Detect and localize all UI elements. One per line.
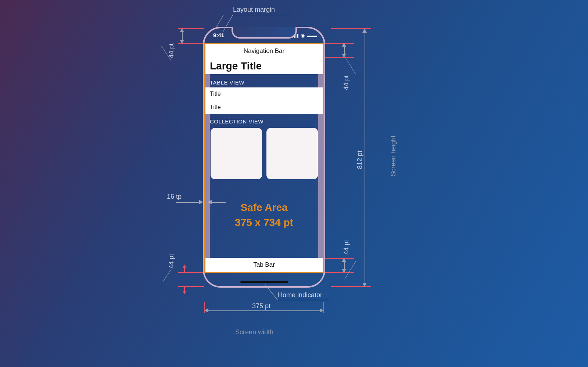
table-row: Title [205,101,323,114]
collection-view-header: COLLECTION VIEW [210,118,263,125]
nav-bar-title: Navigation Bar [244,47,285,54]
phone-frame: 9:41 ▮▮▮▮ ◉ ▬▬ Navigation Bar Large Titl… [203,27,325,288]
tab-bar: Tab Bar [205,258,323,272]
safe-area-label: Safe Area 375 x 734 pt [205,200,323,230]
collection-cell [266,128,318,179]
dim-tick [178,286,204,287]
collection-cell [211,128,262,179]
dim-status-height: 44 pt [168,43,175,58]
dim-tick [325,258,354,259]
status-time: 9:41 [213,32,224,38]
dim-tick [325,272,354,273]
dim-tick [325,57,354,58]
dim-screen-height-value: 812 pt [356,151,364,169]
table-row-title: Title [210,91,221,97]
safe-area: Navigation Bar Large Title TABLE VIEW Ti… [204,43,324,273]
battery-icon: ▬▬ [307,33,317,38]
table-row-title: Title [210,104,221,110]
dim-home-height: 44 pt [168,254,175,269]
notch [232,27,297,39]
table-row: Title [205,87,323,101]
safe-area-line2: 375 x 734 pt [205,215,323,230]
leader-line [233,15,292,15]
label-home-indicator: Home indicator [278,291,322,299]
large-title: Large Title [210,60,262,72]
dim-tick [325,43,354,44]
large-title-bar: Large Title [205,58,323,74]
dim-margin: 16 tp [167,193,182,201]
layout-margin-right [318,44,323,272]
wifi-icon: ◉ [301,33,307,38]
label-screen-height: Screen height [390,136,397,176]
tab-bar-title: Tab Bar [253,261,275,268]
table-view-header: TABLE VIEW [210,79,244,86]
dim-tab-height: 44 pt [343,240,350,255]
label-layout-margin: Layout margin [233,6,275,14]
safe-area-line1: Safe Area [205,200,323,215]
diagram-canvas: Layout margin 44 pt 44 pt 16 tp 44 pt 44… [0,0,588,367]
dim-nav-height: 44 pt [343,75,350,90]
home-indicator-bar [240,281,288,283]
layout-margin-left [205,44,210,272]
dim-screen-width-value: 375 pt [252,302,270,310]
label-screen-width: Screen width [235,328,273,336]
navigation-bar: Navigation Bar [205,44,323,58]
dim-tick [178,272,204,273]
